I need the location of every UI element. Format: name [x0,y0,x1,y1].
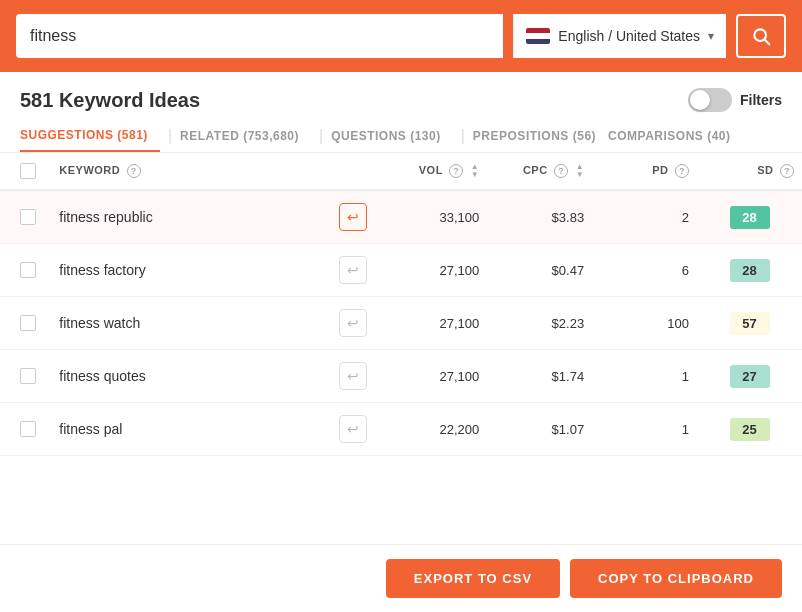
pd-cell-4: 1 [592,403,697,456]
tabs-row: SUGGESTIONS (581) | RELATED (753,680) | … [0,120,802,153]
language-text: English / United States [558,28,700,44]
search-icon [751,26,771,46]
sd-badge-4: 25 [730,418,770,441]
row-checkbox-2[interactable] [20,315,36,331]
sd-cell-3: 27 [697,350,802,403]
keyword-cell-1: fitness factory [51,244,331,297]
keyword-help-icon[interactable]: ? [127,164,141,178]
search-input[interactable] [16,14,503,58]
row-checkbox-4[interactable] [20,421,36,437]
pd-cell-2: 100 [592,297,697,350]
filters-toggle: Filters [688,88,782,112]
flag-icon [526,28,550,44]
sd-badge-3: 27 [730,365,770,388]
pd-cell-0: 2 [592,190,697,244]
tab-questions[interactable]: QUESTIONS (130) [331,121,453,151]
keyword-cell-2: fitness watch [51,297,331,350]
sd-badge-0: 28 [730,206,770,229]
vol-cell-2: 27,100 [382,297,487,350]
col-keyword: KEYWORD ? [51,153,331,190]
cpc-cell-0: $3.83 [487,190,592,244]
language-selector[interactable]: English / United States ▾ [513,14,726,58]
export-csv-button[interactable]: EXPORT TO CSV [386,559,560,598]
keywords-table: KEYWORD ? VOL ? ▲▼ CPC ? ▲▼ [0,153,802,456]
cpc-cell-4: $1.07 [487,403,592,456]
row-checkbox-cell [0,190,51,244]
row-checkbox-3[interactable] [20,368,36,384]
arrow-button-0[interactable]: ↩ [339,203,367,231]
col-arrow [331,153,382,190]
keyword-cell-0: fitness republic [51,190,331,244]
keyword-cell-4: fitness pal [51,403,331,456]
cpc-sort-icon[interactable]: ▲▼ [576,163,584,179]
filters-toggle-switch[interactable] [688,88,732,112]
sd-cell-0: 28 [697,190,802,244]
vol-sort-icon[interactable]: ▲▼ [471,163,479,179]
table-row: fitness quotes ↩ 27,100 $1.74 1 27 [0,350,802,403]
cpc-cell-1: $0.47 [487,244,592,297]
vol-cell-3: 27,100 [382,350,487,403]
row-checkbox-cell [0,244,51,297]
page-title: 581 Keyword Ideas [20,89,200,112]
table-header-row: KEYWORD ? VOL ? ▲▼ CPC ? ▲▼ [0,153,802,190]
toggle-knob [690,90,710,110]
vol-cell-1: 27,100 [382,244,487,297]
tab-suggestions[interactable]: SUGGESTIONS (581) [20,120,160,152]
copy-clipboard-button[interactable]: COPY TO CLIPBOARD [570,559,782,598]
arrow-cell-3: ↩ [331,350,382,403]
pd-cell-3: 1 [592,350,697,403]
cpc-help-icon[interactable]: ? [554,164,568,178]
sd-help-icon[interactable]: ? [780,164,794,178]
col-vol: VOL ? ▲▼ [382,153,487,190]
table-row: fitness pal ↩ 22,200 $1.07 1 25 [0,403,802,456]
arrow-button-2[interactable]: ↩ [339,309,367,337]
arrow-cell-4: ↩ [331,403,382,456]
row-checkbox-1[interactable] [20,262,36,278]
vol-cell-4: 22,200 [382,403,487,456]
col-cpc: CPC ? ▲▼ [487,153,592,190]
table-container: KEYWORD ? VOL ? ▲▼ CPC ? ▲▼ [0,153,802,544]
chevron-down-icon: ▾ [708,29,714,43]
table-row: fitness republic ↩ 33,100 $3.83 2 28 [0,190,802,244]
pd-help-icon[interactable]: ? [675,164,689,178]
arrow-cell-2: ↩ [331,297,382,350]
tab-prepositions[interactable]: PREPOSITIONS (56) [473,121,608,151]
arrow-button-1[interactable]: ↩ [339,256,367,284]
row-checkbox-cell [0,297,51,350]
footer-buttons: EXPORT TO CSV COPY TO CLIPBOARD [0,544,802,612]
filters-label[interactable]: Filters [740,92,782,108]
top-bar: English / United States ▾ [0,0,802,72]
cpc-cell-2: $2.23 [487,297,592,350]
sd-badge-1: 28 [730,259,770,282]
arrow-button-3[interactable]: ↩ [339,362,367,390]
col-check [0,153,51,190]
keyword-cell-3: fitness quotes [51,350,331,403]
search-button[interactable] [736,14,786,58]
col-pd: PD ? [592,153,697,190]
tab-related[interactable]: RELATED (753,680) [180,121,311,151]
vol-help-icon[interactable]: ? [449,164,463,178]
arrow-cell-0: ↩ [331,190,382,244]
cpc-cell-3: $1.74 [487,350,592,403]
arrow-button-4[interactable]: ↩ [339,415,367,443]
row-checkbox-0[interactable] [20,209,36,225]
select-all-checkbox[interactable] [20,163,36,179]
sd-cell-4: 25 [697,403,802,456]
arrow-cell-1: ↩ [331,244,382,297]
sd-badge-2: 57 [730,312,770,335]
sd-cell-2: 57 [697,297,802,350]
table-row: fitness factory ↩ 27,100 $0.47 6 28 [0,244,802,297]
content-area: 581 Keyword Ideas Filters SUGGESTIONS (5… [0,72,802,612]
header-row: 581 Keyword Ideas Filters [0,72,802,120]
pd-cell-1: 6 [592,244,697,297]
svg-line-1 [765,40,770,45]
vol-cell-0: 33,100 [382,190,487,244]
table-row: fitness watch ↩ 27,100 $2.23 100 57 [0,297,802,350]
row-checkbox-cell [0,350,51,403]
sd-cell-1: 28 [697,244,802,297]
col-sd: SD ? [697,153,802,190]
row-checkbox-cell [0,403,51,456]
tab-comparisons[interactable]: COMPARISONS (40) [608,121,742,151]
